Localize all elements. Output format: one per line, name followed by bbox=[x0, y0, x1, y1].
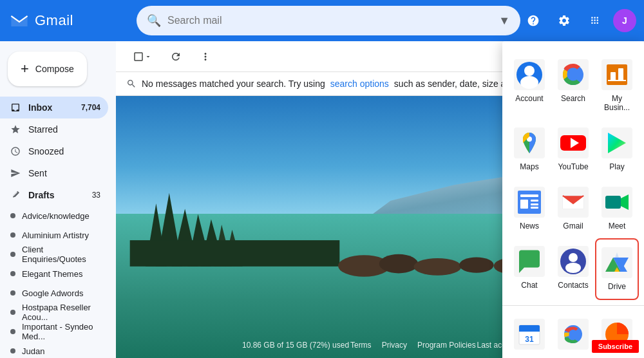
app-item-play[interactable]: Play bbox=[595, 120, 639, 179]
select-all-button[interactable] bbox=[126, 47, 158, 66]
gmail-m-icon bbox=[8, 9, 31, 32]
search-options-link[interactable]: search options bbox=[330, 79, 389, 89]
svg-point-11 bbox=[414, 258, 462, 276]
folder-dot-icon bbox=[10, 310, 15, 315]
svg-rect-35 bbox=[520, 200, 528, 209]
compose-button[interactable]: + Compose bbox=[8, 52, 87, 86]
inbox-count: 7,704 bbox=[81, 103, 100, 112]
app-item-account[interactable]: Account bbox=[507, 52, 551, 120]
drafts-label: Drafts bbox=[28, 190, 54, 200]
app-item-drive[interactable]: Drive bbox=[595, 238, 639, 300]
sent-label: Sent bbox=[28, 168, 47, 178]
folder-important[interactable]: Important - Syndeo Med... bbox=[0, 322, 108, 341]
terms-link[interactable]: Terms bbox=[350, 341, 372, 350]
snoozed-label: Snoozed bbox=[28, 146, 64, 156]
app-item-maps[interactable]: Maps bbox=[507, 120, 551, 179]
folder-label: Elegant Themes bbox=[22, 269, 82, 279]
app-item-search[interactable]: Search bbox=[551, 52, 595, 120]
search-dropdown-icon[interactable]: ▼ bbox=[498, 14, 510, 28]
no-messages-text: No messages matched your search. Try usi… bbox=[142, 79, 325, 89]
gmail-app-label: Gmail bbox=[563, 221, 583, 231]
folder-dot-icon bbox=[10, 290, 15, 296]
news-app-label: News bbox=[520, 221, 539, 231]
folder-dot-icon bbox=[10, 252, 15, 257]
apps-button[interactable] bbox=[582, 8, 608, 33]
app-item-youtube[interactable]: YouTube bbox=[551, 120, 595, 179]
svg-rect-22 bbox=[611, 72, 616, 81]
mybusiness-app-label: My Busin... bbox=[600, 94, 634, 112]
svg-point-47 bbox=[569, 253, 578, 262]
svg-point-48 bbox=[565, 263, 581, 273]
folder-client[interactable]: Client Enquiries/Quotes bbox=[0, 245, 108, 264]
app-item-meet[interactable]: Meet bbox=[595, 179, 639, 238]
chat-app-label: Chat bbox=[521, 281, 537, 290]
sidebar-item-drafts[interactable]: Drafts 33 bbox=[0, 184, 108, 206]
drafts-icon bbox=[10, 190, 21, 200]
help-button[interactable] bbox=[520, 8, 546, 33]
snoozed-icon bbox=[10, 146, 21, 156]
more-options-button[interactable] bbox=[193, 47, 218, 66]
news-app-icon bbox=[514, 187, 545, 218]
folder-hostpapa[interactable]: Hostpapa Reseller Acou... bbox=[0, 303, 108, 322]
avatar[interactable]: J bbox=[613, 9, 636, 32]
storage-info: 10.86 GB of 15 GB (72%) used bbox=[242, 341, 349, 350]
contacts-app-icon bbox=[558, 246, 589, 277]
app-item-contacts[interactable]: Contacts bbox=[551, 238, 595, 300]
folder-judan[interactable]: Judan bbox=[0, 341, 108, 358]
folder-advice[interactable]: Advice/knowledge bbox=[0, 206, 108, 225]
svg-rect-34 bbox=[520, 194, 538, 197]
meet-app-icon bbox=[601, 187, 632, 218]
settings-button[interactable] bbox=[551, 8, 577, 33]
app-item-chat[interactable]: Chat bbox=[507, 238, 551, 300]
svg-rect-37 bbox=[531, 203, 538, 205]
svg-point-10 bbox=[379, 254, 418, 274]
starred-icon bbox=[10, 124, 21, 135]
svg-rect-23 bbox=[618, 68, 623, 81]
play-app-icon bbox=[601, 127, 632, 158]
sidebar-item-inbox[interactable]: Inbox 7,704 bbox=[0, 97, 108, 118]
privacy-link[interactable]: Privacy bbox=[382, 341, 407, 350]
google-g-app-icon bbox=[558, 319, 589, 350]
starred-label: Starred bbox=[28, 124, 58, 135]
refresh-button[interactable] bbox=[164, 47, 188, 66]
program-policies-link[interactable]: Program Policies bbox=[417, 341, 476, 350]
folder-elegant[interactable]: Elegant Themes bbox=[0, 264, 108, 283]
topbar-right: J bbox=[520, 8, 636, 33]
app-item-gmail[interactable]: Gmail bbox=[551, 179, 595, 238]
refresh-icon bbox=[170, 51, 182, 62]
youtube-subscribe-badge[interactable]: Subscribe bbox=[592, 340, 639, 353]
folder-google-adwords[interactable]: Google Adwords bbox=[0, 283, 108, 303]
gmail-logo-text: Gmail bbox=[35, 12, 73, 29]
svg-point-18 bbox=[520, 76, 538, 89]
folder-aluminium[interactable]: Aluminium Artistry bbox=[0, 225, 108, 245]
chat-app-icon bbox=[514, 246, 545, 277]
checkbox-arrow-icon bbox=[144, 53, 152, 61]
folder-label: Aluminium Artistry bbox=[22, 231, 89, 240]
inbox-label: Inbox bbox=[28, 102, 52, 113]
search-input[interactable] bbox=[167, 15, 492, 26]
drive-app-label: Drive bbox=[608, 282, 626, 291]
compose-label: Compose bbox=[35, 64, 74, 74]
folder-label: Client Enquiries/Quotes bbox=[22, 245, 100, 264]
app-item-calendar[interactable]: 31 bbox=[507, 311, 551, 357]
apps-grid-icon bbox=[589, 14, 601, 27]
sidebar-item-sent[interactable]: Sent bbox=[0, 162, 108, 184]
app-item-mybusiness[interactable]: My Busin... bbox=[595, 52, 639, 120]
sidebar-item-snoozed[interactable]: Snoozed bbox=[0, 140, 108, 162]
app-item-google-g[interactable] bbox=[551, 311, 595, 357]
youtube-app-label: YouTube bbox=[558, 162, 588, 171]
folder-dot-icon bbox=[10, 348, 15, 353]
svg-rect-24 bbox=[608, 80, 626, 81]
search-app-icon bbox=[558, 59, 589, 90]
calendar-app-icon: 31 bbox=[514, 319, 545, 350]
mybusiness-app-icon bbox=[601, 59, 632, 90]
svg-text:31: 31 bbox=[525, 335, 534, 344]
app-item-news[interactable]: News bbox=[507, 179, 551, 238]
svg-rect-38 bbox=[531, 207, 538, 209]
gmail-logo: Gmail bbox=[8, 9, 137, 32]
footer-links: Terms Privacy Program Policies bbox=[350, 341, 476, 350]
search-bar-container: 🔍 ▼ bbox=[137, 6, 520, 35]
folder-label: Advice/knowledge bbox=[22, 211, 90, 221]
sidebar: + Compose Inbox 7,704 Starred Snoozed Se… bbox=[0, 41, 116, 358]
sidebar-item-starred[interactable]: Starred bbox=[0, 118, 108, 140]
